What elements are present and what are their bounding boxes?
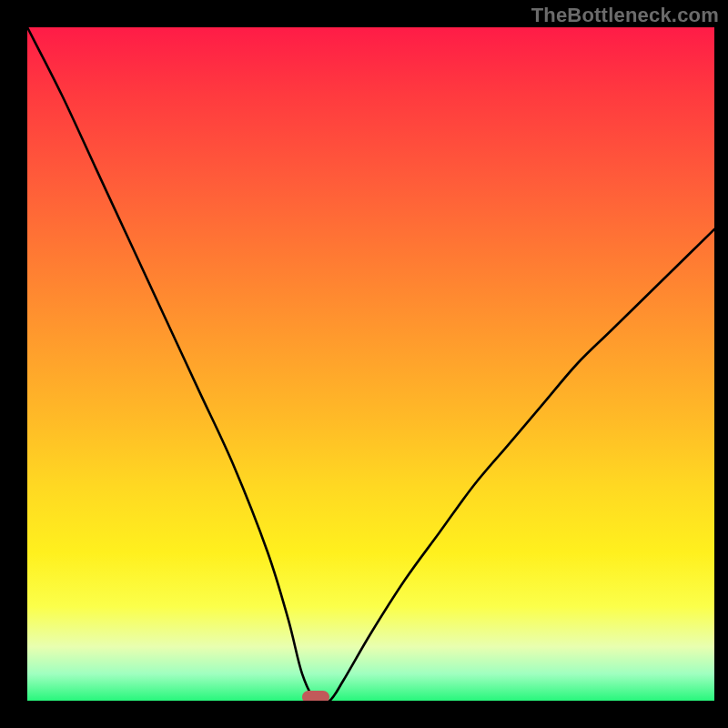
bottleneck-curve [27,27,714,701]
watermark-text: TheBottleneck.com [531,4,719,27]
plot-area [27,27,714,701]
chart-frame: TheBottleneck.com [0,0,728,728]
optimum-marker [302,691,329,701]
